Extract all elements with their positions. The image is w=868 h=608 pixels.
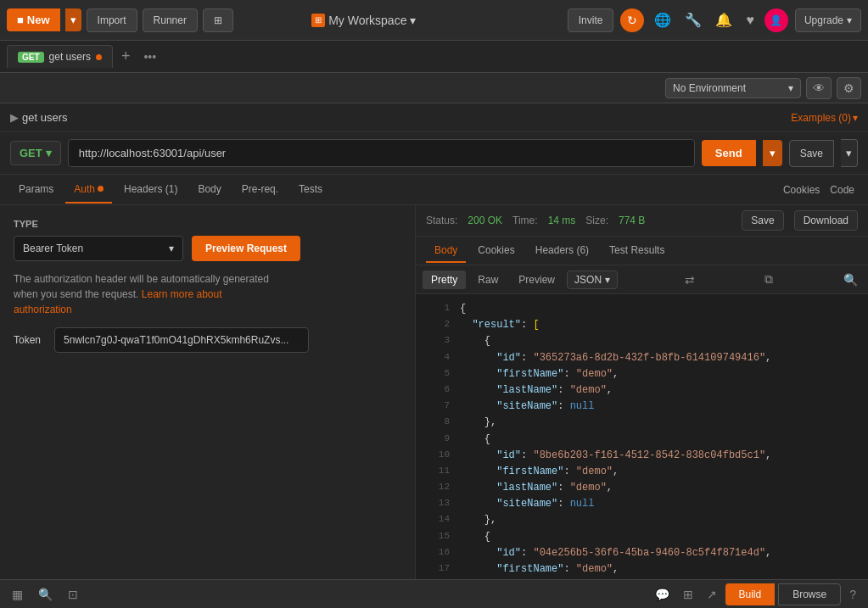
env-eye-button[interactable]: 👁 bbox=[806, 77, 832, 99]
code-line: 5 "firstName": "demo", bbox=[416, 366, 868, 382]
cookies-link[interactable]: Cookies bbox=[780, 181, 823, 199]
upgrade-chevron-icon: ▾ bbox=[847, 14, 852, 26]
tab-unsaved-dot bbox=[96, 54, 102, 60]
token-row: Token bbox=[14, 327, 401, 353]
save-button[interactable]: Save bbox=[789, 140, 834, 167]
send-button[interactable]: Send bbox=[702, 140, 756, 166]
top-nav: ■ New ▾ Import Runner ⊞ ⊞ My Workspace ▾… bbox=[0, 0, 868, 41]
tab-prereq[interactable]: Pre-req. bbox=[233, 176, 287, 204]
line-content: "id": "8be6b203-f161-4512-8542-838c04fbd… bbox=[460, 448, 771, 464]
request-tab[interactable]: GET get users bbox=[7, 45, 113, 68]
runner-button[interactable]: Runner bbox=[143, 8, 198, 32]
learn-more-link[interactable]: Learn more about bbox=[142, 288, 222, 300]
nav-right: Invite ↻ 🌐 🔧 🔔 ♥ 👤 Upgrade ▾ bbox=[568, 8, 861, 32]
save-dropdown-button[interactable]: ▾ bbox=[841, 139, 858, 167]
resp-tab-cookies[interactable]: Cookies bbox=[469, 239, 523, 263]
share-button[interactable]: ↗ bbox=[702, 583, 722, 605]
line-number: 14 bbox=[423, 512, 450, 528]
code-line: 11 "firstName": "demo", bbox=[416, 464, 868, 480]
preview-request-button[interactable]: Preview Request bbox=[192, 236, 300, 261]
code-line: 4 "id": "365273a6-8d2b-432f-b8fb-6141097… bbox=[416, 350, 868, 366]
tab-bar: GET get users + ••• bbox=[0, 41, 868, 73]
response-save-button[interactable]: Save bbox=[742, 210, 783, 231]
new-button[interactable]: ■ New bbox=[7, 8, 60, 31]
auth-dot bbox=[98, 186, 104, 192]
console-button[interactable]: ▦ bbox=[7, 584, 28, 605]
breadcrumb-chevron-icon: ▶ bbox=[10, 111, 19, 124]
copy-button[interactable]: ⧉ bbox=[761, 269, 776, 290]
new-dropdown-arrow[interactable]: ▾ bbox=[65, 8, 81, 31]
url-input[interactable] bbox=[68, 139, 695, 167]
auth-tab-label: Auth bbox=[74, 183, 95, 195]
resp-tab-headers[interactable]: Headers (6) bbox=[527, 239, 597, 263]
bearer-chevron-icon: ▾ bbox=[169, 243, 174, 254]
grid-button[interactable]: ⊞ bbox=[678, 583, 698, 605]
bearer-token-select[interactable]: Bearer Token ▾ bbox=[14, 236, 183, 261]
line-content: "firstName": "demo", bbox=[460, 464, 619, 480]
more-tabs-button[interactable]: ••• bbox=[138, 50, 161, 64]
build-button[interactable]: Build bbox=[725, 583, 776, 605]
line-content: "firstName": "demo", bbox=[460, 561, 619, 577]
line-number: 15 bbox=[423, 529, 450, 545]
invite-button[interactable]: Invite bbox=[568, 8, 614, 32]
tab-headers[interactable]: Headers (1) bbox=[115, 176, 186, 204]
tab-method-label: GET bbox=[18, 52, 44, 63]
code-line: 10 "id": "8be6b203-f161-4512-8542-838c04… bbox=[416, 448, 868, 464]
layout-button[interactable]: ⊞ bbox=[203, 8, 233, 32]
method-select[interactable]: GET ▾ bbox=[10, 141, 61, 165]
line-content: { bbox=[460, 301, 466, 317]
line-number: 8 bbox=[423, 415, 450, 431]
workspace-icon: ⊞ bbox=[311, 14, 325, 27]
tab-body[interactable]: Body bbox=[189, 176, 229, 204]
chat-button[interactable]: 💬 bbox=[650, 583, 675, 605]
preview-view-button[interactable]: Preview bbox=[510, 271, 563, 289]
authorization-link[interactable]: authorization bbox=[14, 304, 72, 315]
wrench-icon-button[interactable]: 🔧 bbox=[681, 8, 705, 31]
tab-tests[interactable]: Tests bbox=[290, 176, 331, 204]
search-button[interactable]: 🔍 bbox=[840, 270, 861, 290]
breadcrumb-title: get users bbox=[22, 111, 67, 124]
send-dropdown-button[interactable]: ▾ bbox=[763, 140, 782, 166]
bell-icon-button[interactable]: 🔔 bbox=[712, 8, 736, 31]
search-bottom-button[interactable]: 🔍 bbox=[33, 584, 58, 605]
upgrade-label: Upgrade bbox=[804, 14, 843, 26]
avatar[interactable]: 👤 bbox=[764, 8, 788, 32]
tab-auth[interactable]: Auth bbox=[65, 176, 112, 204]
env-settings-button[interactable]: ⚙ bbox=[837, 77, 861, 99]
workspace-chevron-icon: ▾ bbox=[410, 14, 416, 27]
help-button[interactable]: ? bbox=[844, 583, 861, 605]
workspace-button[interactable]: ⊞ My Workspace ▾ bbox=[311, 14, 416, 27]
environment-select[interactable]: No Environment ▾ bbox=[665, 78, 801, 98]
pretty-view-button[interactable]: Pretty bbox=[423, 271, 466, 289]
resp-tab-body[interactable]: Body bbox=[426, 239, 466, 263]
code-link[interactable]: Code bbox=[826, 181, 858, 199]
resp-tab-test-results[interactable]: Test Results bbox=[601, 239, 673, 263]
line-content: }, bbox=[460, 415, 496, 431]
browse-button[interactable]: Browse bbox=[778, 583, 841, 605]
upgrade-button[interactable]: Upgrade ▾ bbox=[795, 8, 861, 32]
tab-params[interactable]: Params bbox=[10, 176, 62, 204]
size-value: 774 B bbox=[619, 215, 645, 226]
browse-icon-button[interactable]: 🌐 bbox=[651, 8, 675, 31]
wrap-button[interactable]: ⇄ bbox=[681, 270, 698, 290]
examples-link[interactable]: Examples (0) ▾ bbox=[791, 112, 858, 124]
code-line: 2 "result": [ bbox=[416, 317, 868, 333]
raw-view-button[interactable]: Raw bbox=[469, 271, 507, 289]
code-area: 1{2 "result": [3 {4 "id": "365273a6-8d2b… bbox=[416, 294, 868, 606]
import-button[interactable]: Import bbox=[87, 8, 137, 32]
format-label: JSON bbox=[574, 274, 602, 286]
method-label: GET bbox=[20, 147, 42, 159]
code-line: 14 }, bbox=[416, 512, 868, 528]
line-number: 2 bbox=[423, 317, 450, 333]
add-tab-button[interactable]: + bbox=[116, 47, 136, 65]
format-select[interactable]: JSON ▾ bbox=[567, 271, 618, 289]
bearer-token-label: Bearer Token bbox=[23, 243, 83, 254]
layout-bottom-button[interactable]: ⊡ bbox=[63, 584, 83, 605]
token-input[interactable] bbox=[54, 327, 309, 353]
heart-icon-button[interactable]: ♥ bbox=[742, 9, 758, 31]
download-button[interactable]: Download bbox=[794, 210, 858, 231]
line-number: 9 bbox=[423, 432, 450, 448]
sync-button[interactable]: ↻ bbox=[620, 8, 644, 32]
type-label: TYPE bbox=[14, 219, 401, 229]
env-chevron-icon: ▾ bbox=[788, 82, 793, 94]
